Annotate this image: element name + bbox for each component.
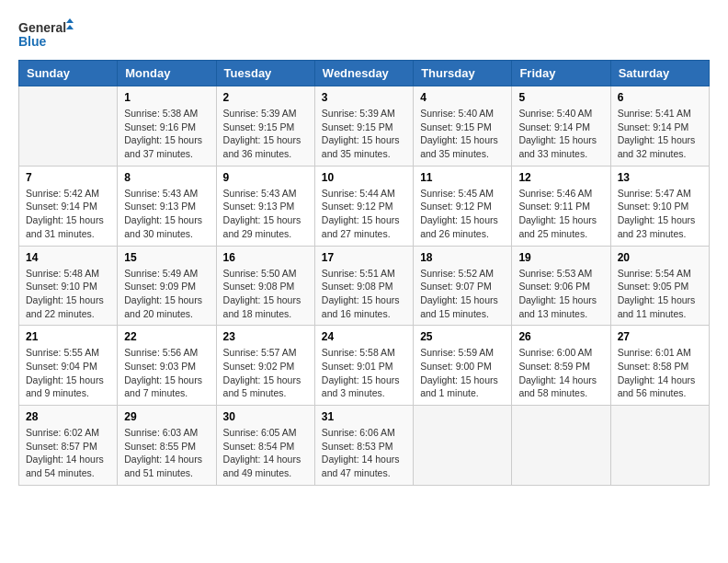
day-info: Sunrise: 5:46 AM Sunset: 9:11 PM Dayligh… bbox=[518, 187, 603, 241]
calendar-cell: 1Sunrise: 5:38 AM Sunset: 9:16 PM Daylig… bbox=[118, 86, 216, 167]
calendar-cell: 14Sunrise: 5:48 AM Sunset: 9:10 PM Dayli… bbox=[19, 246, 118, 326]
calendar-week-row: 7Sunrise: 5:42 AM Sunset: 9:14 PM Daylig… bbox=[19, 166, 710, 246]
day-info: Sunrise: 5:44 AM Sunset: 9:12 PM Dayligh… bbox=[322, 187, 406, 241]
day-info: Sunrise: 5:42 AM Sunset: 9:14 PM Dayligh… bbox=[26, 187, 110, 241]
header: General Blue bbox=[18, 18, 710, 51]
calendar-cell: 27Sunrise: 6:01 AM Sunset: 8:58 PM Dayli… bbox=[610, 326, 709, 406]
day-number: 20 bbox=[618, 251, 702, 264]
day-number: 19 bbox=[518, 251, 603, 264]
day-number: 10 bbox=[322, 171, 406, 184]
svg-text:Blue: Blue bbox=[18, 34, 47, 49]
calendar-week-row: 28Sunrise: 6:02 AM Sunset: 8:57 PM Dayli… bbox=[19, 406, 710, 486]
calendar-cell: 31Sunrise: 6:06 AM Sunset: 8:53 PM Dayli… bbox=[314, 406, 413, 486]
day-number: 30 bbox=[223, 410, 308, 423]
calendar-cell: 11Sunrise: 5:45 AM Sunset: 9:12 PM Dayli… bbox=[414, 166, 512, 246]
day-info: Sunrise: 6:03 AM Sunset: 8:55 PM Dayligh… bbox=[124, 426, 209, 480]
day-number: 5 bbox=[518, 91, 603, 104]
day-info: Sunrise: 5:50 AM Sunset: 9:08 PM Dayligh… bbox=[223, 267, 308, 321]
calendar-cell: 16Sunrise: 5:50 AM Sunset: 9:08 PM Dayli… bbox=[216, 246, 314, 326]
day-info: Sunrise: 5:57 AM Sunset: 9:02 PM Dayligh… bbox=[223, 346, 308, 400]
day-number: 23 bbox=[223, 330, 308, 343]
calendar-week-row: 21Sunrise: 5:55 AM Sunset: 9:04 PM Dayli… bbox=[19, 326, 710, 406]
day-info: Sunrise: 5:53 AM Sunset: 9:06 PM Dayligh… bbox=[518, 267, 603, 321]
svg-marker-2 bbox=[66, 18, 74, 23]
day-info: Sunrise: 5:51 AM Sunset: 9:08 PM Dayligh… bbox=[322, 267, 406, 321]
calendar-cell: 17Sunrise: 5:51 AM Sunset: 9:08 PM Dayli… bbox=[314, 246, 413, 326]
day-info: Sunrise: 6:06 AM Sunset: 8:53 PM Dayligh… bbox=[322, 426, 406, 480]
day-info: Sunrise: 5:58 AM Sunset: 9:01 PM Dayligh… bbox=[322, 346, 406, 400]
day-info: Sunrise: 5:43 AM Sunset: 9:13 PM Dayligh… bbox=[124, 187, 209, 241]
logo: General Blue bbox=[18, 18, 74, 51]
day-of-week-header: Sunday bbox=[19, 61, 118, 86]
calendar-week-row: 14Sunrise: 5:48 AM Sunset: 9:10 PM Dayli… bbox=[19, 246, 710, 326]
day-of-week-header: Friday bbox=[512, 61, 610, 86]
day-info: Sunrise: 5:48 AM Sunset: 9:10 PM Dayligh… bbox=[26, 267, 110, 321]
calendar-cell: 23Sunrise: 5:57 AM Sunset: 9:02 PM Dayli… bbox=[216, 326, 314, 406]
day-info: Sunrise: 5:55 AM Sunset: 9:04 PM Dayligh… bbox=[26, 346, 110, 400]
calendar-cell: 19Sunrise: 5:53 AM Sunset: 9:06 PM Dayli… bbox=[512, 246, 610, 326]
calendar-cell: 2Sunrise: 5:39 AM Sunset: 9:15 PM Daylig… bbox=[216, 86, 314, 167]
day-number: 18 bbox=[420, 251, 505, 264]
svg-marker-3 bbox=[66, 25, 74, 29]
day-number: 22 bbox=[124, 330, 209, 343]
day-info: Sunrise: 5:39 AM Sunset: 9:15 PM Dayligh… bbox=[223, 107, 308, 161]
calendar-cell: 24Sunrise: 5:58 AM Sunset: 9:01 PM Dayli… bbox=[314, 326, 413, 406]
calendar-cell: 20Sunrise: 5:54 AM Sunset: 9:05 PM Dayli… bbox=[610, 246, 709, 326]
calendar-cell: 22Sunrise: 5:56 AM Sunset: 9:03 PM Dayli… bbox=[118, 326, 216, 406]
day-of-week-header: Saturday bbox=[610, 61, 709, 86]
day-info: Sunrise: 6:02 AM Sunset: 8:57 PM Dayligh… bbox=[26, 426, 110, 480]
calendar-cell: 25Sunrise: 5:59 AM Sunset: 9:00 PM Dayli… bbox=[414, 326, 512, 406]
calendar-cell: 13Sunrise: 5:47 AM Sunset: 9:10 PM Dayli… bbox=[610, 166, 709, 246]
day-number: 28 bbox=[26, 410, 110, 423]
day-info: Sunrise: 5:52 AM Sunset: 9:07 PM Dayligh… bbox=[420, 267, 505, 321]
calendar-cell: 7Sunrise: 5:42 AM Sunset: 9:14 PM Daylig… bbox=[19, 166, 118, 246]
day-number: 17 bbox=[322, 251, 406, 264]
calendar-table: SundayMondayTuesdayWednesdayThursdayFrid… bbox=[18, 60, 710, 486]
day-of-week-header: Monday bbox=[118, 61, 216, 86]
calendar-cell: 9Sunrise: 5:43 AM Sunset: 9:13 PM Daylig… bbox=[216, 166, 314, 246]
calendar-cell: 4Sunrise: 5:40 AM Sunset: 9:15 PM Daylig… bbox=[414, 86, 512, 167]
day-info: Sunrise: 5:45 AM Sunset: 9:12 PM Dayligh… bbox=[420, 187, 505, 241]
day-info: Sunrise: 5:40 AM Sunset: 9:14 PM Dayligh… bbox=[518, 107, 603, 161]
day-of-week-header: Tuesday bbox=[216, 61, 314, 86]
calendar-cell: 29Sunrise: 6:03 AM Sunset: 8:55 PM Dayli… bbox=[118, 406, 216, 486]
svg-text:General: General bbox=[18, 20, 66, 35]
day-number: 25 bbox=[420, 330, 505, 343]
day-number: 15 bbox=[124, 251, 209, 264]
day-info: Sunrise: 6:00 AM Sunset: 8:59 PM Dayligh… bbox=[518, 346, 603, 400]
day-number: 8 bbox=[124, 171, 209, 184]
calendar-cell: 5Sunrise: 5:40 AM Sunset: 9:14 PM Daylig… bbox=[512, 86, 610, 167]
day-number: 7 bbox=[26, 171, 110, 184]
day-number: 13 bbox=[618, 171, 702, 184]
day-info: Sunrise: 5:56 AM Sunset: 9:03 PM Dayligh… bbox=[124, 346, 209, 400]
calendar-cell: 21Sunrise: 5:55 AM Sunset: 9:04 PM Dayli… bbox=[19, 326, 118, 406]
day-number: 1 bbox=[124, 91, 209, 104]
calendar-cell bbox=[610, 406, 709, 486]
day-of-week-header: Wednesday bbox=[314, 61, 413, 86]
calendar-cell: 30Sunrise: 6:05 AM Sunset: 8:54 PM Dayli… bbox=[216, 406, 314, 486]
day-info: Sunrise: 5:49 AM Sunset: 9:09 PM Dayligh… bbox=[124, 267, 209, 321]
day-number: 26 bbox=[518, 330, 603, 343]
day-info: Sunrise: 5:47 AM Sunset: 9:10 PM Dayligh… bbox=[618, 187, 702, 241]
day-number: 11 bbox=[420, 171, 505, 184]
calendar-cell: 28Sunrise: 6:02 AM Sunset: 8:57 PM Dayli… bbox=[19, 406, 118, 486]
day-number: 4 bbox=[420, 91, 505, 104]
day-info: Sunrise: 5:54 AM Sunset: 9:05 PM Dayligh… bbox=[618, 267, 702, 321]
day-number: 2 bbox=[223, 91, 308, 104]
calendar-cell: 18Sunrise: 5:52 AM Sunset: 9:07 PM Dayli… bbox=[414, 246, 512, 326]
day-number: 27 bbox=[618, 330, 702, 343]
day-number: 3 bbox=[322, 91, 406, 104]
day-info: Sunrise: 5:39 AM Sunset: 9:15 PM Dayligh… bbox=[322, 107, 406, 161]
day-info: Sunrise: 5:40 AM Sunset: 9:15 PM Dayligh… bbox=[420, 107, 505, 161]
day-info: Sunrise: 5:59 AM Sunset: 9:00 PM Dayligh… bbox=[420, 346, 505, 400]
calendar-cell: 12Sunrise: 5:46 AM Sunset: 9:11 PM Dayli… bbox=[512, 166, 610, 246]
day-number: 16 bbox=[223, 251, 308, 264]
calendar-cell bbox=[414, 406, 512, 486]
day-number: 24 bbox=[322, 330, 406, 343]
logo-svg: General Blue bbox=[18, 18, 74, 51]
calendar-cell: 15Sunrise: 5:49 AM Sunset: 9:09 PM Dayli… bbox=[118, 246, 216, 326]
day-number: 31 bbox=[322, 410, 406, 423]
day-of-week-header: Thursday bbox=[414, 61, 512, 86]
day-number: 6 bbox=[618, 91, 702, 104]
day-number: 21 bbox=[26, 330, 110, 343]
